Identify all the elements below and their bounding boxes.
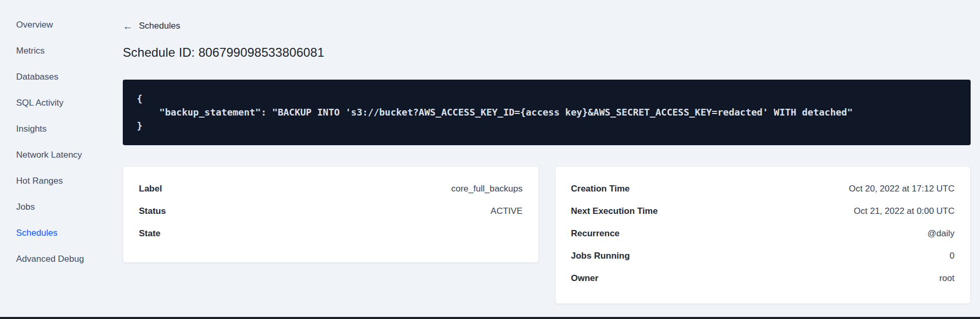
backup-statement-code-block: { "backup_statement": "BACKUP INTO 's3:/… [123,80,971,145]
code-line: { [137,92,957,106]
detail-row-status: Status ACTIVE [139,200,523,223]
sidebar-item-insights[interactable]: Insights [0,116,123,142]
schedule-details-card: Label core_full_backups Status ACTIVE St… [123,166,539,263]
sidebar-item-metrics[interactable]: Metrics [0,38,123,64]
detail-row-state: State [139,223,523,245]
detail-value: Oct 20, 2022 at 17:12 UTC [849,184,955,194]
detail-value: 0 [950,251,955,261]
sidebar-item-jobs[interactable]: Jobs [0,194,123,220]
sidebar-item-network-latency[interactable]: Network Latency [0,142,123,168]
code-line: "backup_statement": "BACKUP INTO 's3://b… [137,106,957,119]
detail-value: Oct 21, 2022 at 0:00 UTC [854,206,955,216]
detail-label: Creation Time [571,184,630,194]
page-title: Schedule ID: 806799098533806081 [123,45,971,60]
sidebar-item-schedules[interactable]: Schedules [0,220,123,246]
detail-row-next-execution-time: Next Execution Time Oct 21, 2022 at 0:00… [571,200,955,223]
sidebar-item-databases[interactable]: Databases [0,64,123,90]
sidebar-item-sql-activity[interactable]: SQL Activity [0,90,123,116]
detail-value: core_full_backups [451,184,522,194]
detail-row-creation-time: Creation Time Oct 20, 2022 at 17:12 UTC [571,178,955,200]
detail-label: Recurrence [571,228,620,239]
back-arrow-icon: ← [123,21,133,31]
code-line: } [137,119,957,133]
detail-label: State [139,228,161,239]
detail-value: root [939,273,955,284]
sidebar-nav: Overview Metrics Databases SQL Activity … [0,0,123,319]
sidebar-item-advanced-debug[interactable]: Advanced Debug [0,246,123,272]
detail-row-label: Label core_full_backups [139,178,523,200]
detail-row-recurrence: Recurrence @daily [571,223,955,245]
detail-label: Jobs Running [571,251,630,261]
detail-label: Owner [571,273,599,284]
detail-row-owner: Owner root [571,267,955,290]
detail-label: Next Execution Time [571,206,658,216]
sidebar-item-overview[interactable]: Overview [0,12,123,38]
detail-label: Label [139,184,162,194]
detail-row-jobs-running: Jobs Running 0 [571,245,955,267]
back-link-label: Schedules [139,21,180,31]
detail-label: Status [139,206,166,216]
main-content: ← Schedules Schedule ID: 806799098533806… [123,0,971,304]
detail-cards: Label core_full_backups Status ACTIVE St… [123,166,971,304]
detail-value: ACTIVE [491,206,522,216]
back-to-schedules-link[interactable]: ← Schedules [123,21,180,31]
window-bottom-edge [0,317,980,319]
detail-value: @daily [927,228,955,239]
execution-details-card: Creation Time Oct 20, 2022 at 17:12 UTC … [555,166,971,304]
sidebar-item-hot-ranges[interactable]: Hot Ranges [0,168,123,194]
schedule-detail-page: Overview Metrics Databases SQL Activity … [0,0,980,319]
